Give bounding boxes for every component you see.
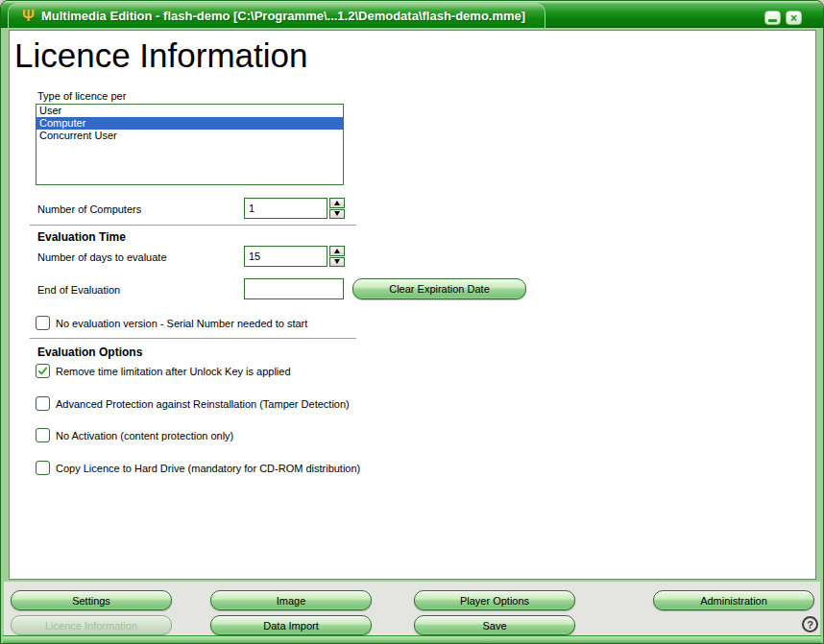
check-icon	[36, 365, 49, 377]
days-to-evaluate-spinner	[244, 246, 345, 267]
page-title: Licence Information	[14, 36, 307, 75]
no-activation-checkbox[interactable]	[36, 428, 50, 442]
licence-information-button: Licence Information	[11, 615, 172, 635]
no-evaluation-checkbox-label: No evaluation version - Serial Number ne…	[56, 318, 307, 329]
remove-time-limitation-checkbox[interactable]	[36, 364, 50, 378]
footer-navigation: Settings Image Player Options Administra…	[4, 582, 820, 637]
copy-licence-checkbox-label: Copy Licence to Hard Drive (mandatory fo…	[56, 463, 360, 474]
section-divider	[30, 338, 356, 339]
app-logo-icon: Ψ	[22, 9, 35, 24]
spinner-up-icon	[334, 201, 340, 205]
checkbox-row-no-evaluation: No evaluation version - Serial Number ne…	[36, 316, 307, 330]
window-bottom-edge	[3, 635, 821, 643]
spinner-up-button[interactable]	[329, 198, 345, 208]
checkbox-row-advanced-protection: Advanced Protection against Reinstallati…	[36, 396, 350, 411]
number-of-computers-spinner	[244, 198, 345, 219]
minimize-icon	[768, 19, 777, 22]
titlebar: Ψ Multimedia Edition - flash-demo [C:\Pr…	[1, 1, 823, 28]
player-options-button[interactable]: Player Options	[414, 590, 575, 610]
checkbox-row-copy-licence: Copy Licence to Hard Drive (mandatory fo…	[36, 461, 360, 475]
list-item-computer[interactable]: Computer	[36, 117, 343, 130]
spinner-up-icon	[334, 249, 340, 253]
end-of-evaluation-label: End of Evaluation	[37, 284, 120, 296]
minimize-button[interactable]	[764, 11, 781, 25]
advanced-protection-checkbox-label: Advanced Protection against Reinstallati…	[56, 398, 350, 410]
titlebar-tab: Ψ Multimedia Edition - flash-demo [C:\Pr…	[8, 3, 545, 28]
close-icon: ×	[790, 12, 797, 24]
content-panel: Licence Information Type of licence per …	[9, 30, 816, 580]
days-to-evaluate-label: Number of days to evaluate	[37, 251, 167, 263]
no-evaluation-checkbox[interactable]	[36, 316, 50, 330]
list-item-user[interactable]: User	[36, 105, 343, 117]
settings-button[interactable]: Settings	[11, 590, 172, 610]
data-import-button[interactable]: Data Import	[210, 615, 372, 635]
section-divider	[30, 225, 356, 226]
spinner-up-button[interactable]	[329, 246, 345, 256]
no-activation-checkbox-label: No Activation (content protection only)	[56, 430, 233, 441]
checkbox-row-no-activation: No Activation (content protection only)	[36, 428, 233, 442]
window-title: Multimedia Edition - flash-demo [C:\Prog…	[41, 9, 525, 23]
evaluation-time-heading: Evaluation Time	[37, 230, 126, 244]
spinner-down-icon	[334, 259, 340, 264]
days-to-evaluate-input[interactable]	[244, 246, 327, 267]
spinner-down-icon	[334, 211, 340, 216]
save-button[interactable]: Save	[414, 615, 575, 635]
image-button[interactable]: Image	[210, 590, 372, 610]
number-of-computers-input[interactable]	[244, 198, 327, 219]
spinner-down-button[interactable]	[329, 209, 345, 220]
evaluation-options-heading: Evaluation Options	[37, 346, 142, 359]
licence-type-listbox[interactable]: User Computer Concurrent User	[36, 104, 344, 185]
copy-licence-checkbox[interactable]	[36, 461, 50, 475]
remove-time-limitation-checkbox-label: Remove time limitation after Unlock Key …	[56, 366, 291, 377]
application-window: Ψ Multimedia Edition - flash-demo [C:\Pr…	[0, 0, 824, 644]
advanced-protection-checkbox[interactable]	[36, 396, 50, 411]
clear-expiration-date-button[interactable]: Clear Expiration Date	[352, 278, 526, 299]
administration-button[interactable]: Administration	[653, 590, 814, 610]
checkbox-row-remove-time-limitation: Remove time limitation after Unlock Key …	[36, 364, 291, 378]
number-of-computers-label: Number of Computers	[37, 203, 141, 215]
spinner-down-button[interactable]	[329, 257, 345, 268]
close-button[interactable]: ×	[786, 11, 802, 25]
end-of-evaluation-combobox[interactable]	[244, 278, 344, 299]
licence-type-label: Type of licence per	[37, 90, 126, 102]
list-item-concurrent-user[interactable]: Concurrent User	[36, 130, 343, 142]
help-icon[interactable]: ?	[802, 616, 818, 632]
